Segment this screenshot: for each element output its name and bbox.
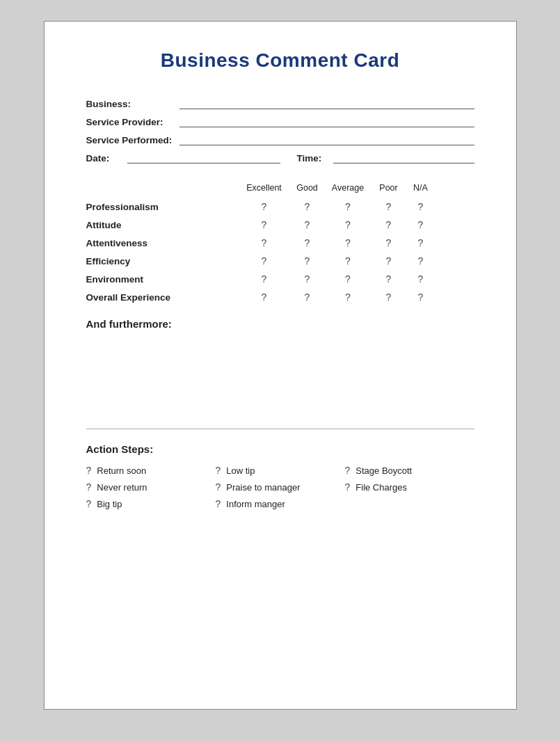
- service-provider-row: Service Provider:: [86, 115, 474, 127]
- action-bullet-praise-manager: ?: [216, 481, 221, 493]
- action-bullet-return-soon: ?: [86, 465, 92, 476]
- efficiency-good[interactable]: ?: [289, 255, 326, 266]
- overall-poor[interactable]: ?: [371, 292, 407, 303]
- header-na: N/A: [407, 183, 435, 193]
- attentiveness-average[interactable]: ?: [326, 237, 371, 248]
- environment-na[interactable]: ?: [407, 273, 435, 285]
- form-fields: Business: Service Provider: Service Perf…: [86, 97, 474, 164]
- service-performed-label: Service Performed:: [86, 135, 177, 145]
- attitude-poor[interactable]: ?: [371, 219, 407, 230]
- action-text-low-tip: Low tip: [226, 465, 255, 476]
- efficiency-na[interactable]: ?: [407, 255, 435, 266]
- action-bullet-big-tip: ?: [86, 498, 92, 509]
- action-steps-title: Action Steps:: [86, 443, 474, 455]
- action-item-file-charges[interactable]: ? File Charges: [345, 481, 474, 493]
- action-text-inform-manager: Inform manger: [226, 499, 285, 509]
- rating-row-attitude: Attitude ? ? ? ? ?: [86, 219, 474, 230]
- rating-row-environment: Environment ? ? ? ? ?: [86, 273, 474, 285]
- action-item-low-tip[interactable]: ? Low tip: [216, 465, 345, 476]
- environment-good[interactable]: ?: [289, 273, 326, 285]
- rating-section: Excellent Good Average Poor N/A Professi…: [86, 183, 474, 303]
- attentiveness-label: Attentiveness: [86, 238, 239, 248]
- action-item-return-soon[interactable]: ? Return soon: [86, 465, 216, 476]
- rating-row-overall: Overall Experience ? ? ? ? ?: [86, 292, 474, 303]
- time-label: Time:: [297, 153, 330, 164]
- efficiency-poor[interactable]: ?: [371, 255, 407, 266]
- service-provider-input-line[interactable]: [179, 115, 474, 127]
- professionalism-na[interactable]: ?: [407, 201, 435, 212]
- rating-row-efficiency: Efficiency ? ? ? ? ?: [86, 255, 474, 266]
- service-performed-row: Service Performed:: [86, 133, 474, 145]
- efficiency-average[interactable]: ?: [326, 255, 371, 266]
- overall-na[interactable]: ?: [407, 292, 435, 303]
- rating-header: Excellent Good Average Poor N/A: [86, 183, 474, 193]
- action-bullet-never-return: ?: [86, 481, 92, 493]
- professionalism-poor[interactable]: ?: [371, 201, 407, 212]
- time-input-line[interactable]: [333, 151, 474, 164]
- action-bullet-file-charges: ?: [345, 481, 351, 493]
- business-row: Business:: [86, 97, 474, 109]
- date-label: Date:: [86, 153, 125, 164]
- action-text-file-charges: File Charges: [355, 482, 407, 493]
- overall-label: Overall Experience: [86, 292, 239, 303]
- attitude-label: Attitude: [86, 220, 239, 230]
- attentiveness-na[interactable]: ?: [407, 237, 435, 248]
- date-input-line[interactable]: [127, 151, 280, 164]
- action-bullet-inform-manager: ?: [216, 498, 221, 509]
- action-text-praise-manager: Praise to manager: [226, 482, 300, 493]
- action-bullet-stage-boycott: ?: [345, 465, 351, 476]
- header-poor: Poor: [371, 183, 407, 193]
- efficiency-excellent[interactable]: ?: [239, 255, 289, 266]
- attitude-excellent[interactable]: ?: [239, 219, 289, 230]
- service-performed-input-line[interactable]: [179, 133, 474, 145]
- professionalism-good[interactable]: ?: [289, 201, 326, 212]
- date-time-row: Date: Time:: [86, 151, 474, 164]
- action-text-return-soon: Return soon: [97, 465, 146, 476]
- action-bullet-low-tip: ?: [216, 465, 221, 476]
- efficiency-label: Efficiency: [86, 256, 239, 266]
- attentiveness-good[interactable]: ?: [289, 237, 326, 248]
- rating-row-attentiveness: Attentiveness ? ? ? ? ?: [86, 237, 474, 248]
- overall-average[interactable]: ?: [326, 292, 371, 303]
- header-good: Good: [289, 183, 326, 193]
- action-item-big-tip[interactable]: ? Big tip: [86, 498, 216, 509]
- environment-average[interactable]: ?: [326, 273, 371, 285]
- overall-excellent[interactable]: ?: [239, 292, 289, 303]
- header-average: Average: [326, 183, 371, 193]
- action-steps-grid: ? Return soon ? Low tip ? Stage Boycott …: [86, 465, 474, 509]
- attentiveness-poor[interactable]: ?: [371, 237, 407, 248]
- attitude-good[interactable]: ?: [289, 219, 326, 230]
- action-text-big-tip: Big tip: [97, 499, 122, 509]
- business-label: Business:: [86, 99, 177, 109]
- environment-excellent[interactable]: ?: [239, 273, 289, 285]
- overall-good[interactable]: ?: [289, 292, 326, 303]
- action-item-stage-boycott[interactable]: ? Stage Boycott: [345, 465, 474, 476]
- comment-card: Business Comment Card Business: Service …: [44, 21, 517, 710]
- professionalism-label: Professionalism: [86, 202, 239, 212]
- header-excellent: Excellent: [239, 183, 289, 193]
- business-input-line[interactable]: [179, 97, 474, 109]
- professionalism-average[interactable]: ?: [326, 201, 371, 212]
- service-provider-label: Service Provider:: [86, 117, 177, 127]
- divider: [86, 429, 474, 429]
- action-text-stage-boycott: Stage Boycott: [355, 465, 412, 476]
- rating-row-professionalism: Professionalism ? ? ? ? ?: [86, 201, 474, 212]
- attentiveness-excellent[interactable]: ?: [239, 237, 289, 248]
- attitude-average[interactable]: ?: [326, 219, 371, 230]
- card-title: Business Comment Card: [86, 49, 474, 72]
- action-item-never-return[interactable]: ? Never return: [86, 481, 216, 493]
- action-text-never-return: Never return: [97, 482, 147, 493]
- and-furthermore-label: And furthermore:: [86, 318, 474, 330]
- environment-poor[interactable]: ?: [371, 273, 407, 285]
- action-item-inform-manager[interactable]: ? Inform manger: [216, 498, 345, 509]
- professionalism-excellent[interactable]: ?: [239, 201, 289, 212]
- comment-area[interactable]: [86, 335, 474, 412]
- attitude-na[interactable]: ?: [407, 219, 435, 230]
- action-item-praise-manager[interactable]: ? Praise to manager: [216, 481, 345, 493]
- action-item-placeholder: [345, 498, 474, 509]
- environment-label: Environment: [86, 274, 239, 285]
